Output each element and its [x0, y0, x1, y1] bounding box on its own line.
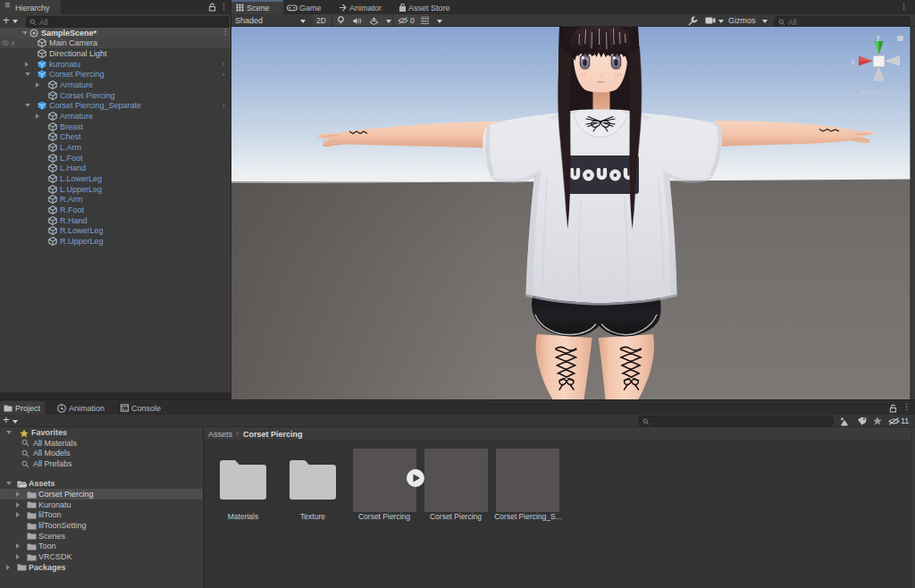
- svg-text:x: x: [852, 59, 855, 65]
- svg-text:y: y: [877, 34, 880, 41]
- svg-text:◀ Persp: ◀ Persp: [860, 88, 884, 97]
